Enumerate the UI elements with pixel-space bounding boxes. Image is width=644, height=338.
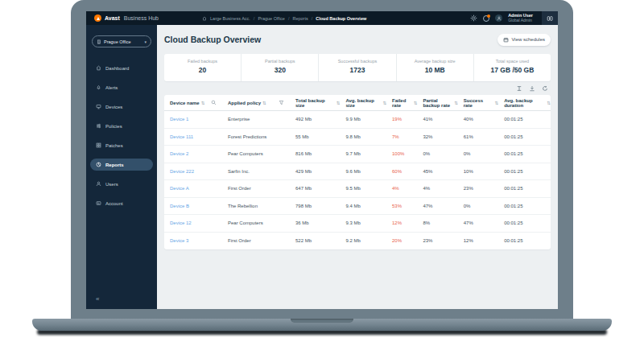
filter-icon[interactable] — [279, 100, 284, 105]
device-link[interactable]: Device 1 — [170, 117, 188, 122]
id-card-icon — [96, 200, 101, 206]
org-selector[interactable]: Prague Office ▾ — [92, 35, 151, 47]
column-label: Device name — [170, 101, 200, 105]
page-title: Cloud Backup Overview — [164, 35, 261, 44]
cell-policy: First Order — [222, 186, 290, 191]
trial-usage-icon[interactable] — [483, 15, 489, 22]
cell-policy: First Order — [222, 238, 290, 243]
breadcrumb: Large Business Acc. / Prague Office / Re… — [202, 16, 366, 21]
org-selector-label: Prague Office — [104, 39, 142, 44]
column-header-avg-backup-size[interactable]: Avg. backup size ⇅ — [340, 98, 386, 108]
device-link[interactable]: Device 222 — [170, 169, 194, 174]
sort-icon[interactable]: ⇅ — [201, 101, 205, 105]
download-icon[interactable] — [529, 85, 535, 92]
stat-total-space-used: Total space used 17 GB /50 GB — [473, 54, 551, 81]
app-switcher-icon[interactable] — [542, 11, 558, 25]
backup-table: Device name ⇅ Applied policy ⇅ — [164, 95, 551, 249]
user-icon — [96, 181, 101, 187]
brand-suffix: Business Hub — [124, 15, 159, 21]
breadcrumb-current: Cloud Backup Overview — [316, 16, 366, 21]
stat-average-backup-size: Average backup size 10 MB — [396, 54, 473, 81]
stat-label: Total space used — [474, 59, 551, 64]
device-link[interactable]: Device 3 — [170, 238, 188, 243]
cell-total-size: 36 Mb — [290, 221, 340, 225]
stat-label: Partial backups — [242, 59, 318, 64]
sidebar-item-label: Reports — [105, 163, 124, 167]
column-label: Partial backup rate — [423, 98, 452, 108]
page-header: Cloud Backup Overview View schedules — [164, 25, 551, 54]
cell-duration: 00:01:25 — [498, 204, 551, 208]
sidebar-item-dashboard[interactable]: Dashboard — [86, 62, 157, 74]
device-link[interactable]: Device 2 — [170, 151, 188, 156]
stat-value: 17 GB /50 GB — [474, 66, 551, 74]
pie-chart-icon — [96, 162, 101, 167]
sidebar-collapse-icon[interactable]: « — [96, 295, 99, 303]
sidebar-item-label: Patches — [105, 143, 123, 148]
cell-failed-rate: 4% — [386, 186, 417, 191]
table-row: Device 1 Enterprise 492 Mb 9.9 Mb 19% 41… — [164, 111, 551, 129]
cell-partial-rate: 45% — [417, 169, 457, 174]
device-link[interactable]: Device A — [170, 186, 189, 191]
stat-value: 1723 — [319, 66, 395, 74]
cell-success-rate: 0% — [458, 151, 498, 156]
avatar[interactable] — [495, 14, 502, 22]
cell-duration: 00:01:25 — [498, 221, 551, 225]
cell-duration: 00:01:25 — [498, 238, 551, 243]
column-header-avg-backup-duration[interactable]: Avg. backup duration ⇅ — [498, 98, 551, 108]
cell-failed-rate: 12% — [386, 221, 417, 225]
cell-failed-rate: 20% — [386, 238, 417, 243]
app-window: Avast Business Hub Large Business Acc. /… — [86, 11, 558, 309]
sidebar-item-alerts[interactable]: Alerts — [86, 81, 157, 93]
cell-success-rate: 12% — [458, 238, 498, 243]
column-header-total-backup-size[interactable]: Total backup size ⇅ — [290, 98, 340, 108]
columns-icon[interactable] — [516, 85, 522, 92]
topbar-right: Admin User Global Admin — [470, 11, 558, 25]
breadcrumb-item-reports[interactable]: Reports — [292, 16, 308, 21]
sidebar-item-label: Alerts — [105, 85, 118, 90]
column-label: Success rate — [464, 98, 493, 108]
stat-label: Average backup size — [397, 59, 473, 64]
sort-icon[interactable]: ⇅ — [547, 101, 551, 105]
breadcrumb-item-site[interactable]: Prague Office — [258, 16, 285, 21]
sort-icon[interactable]: ⇅ — [262, 101, 266, 105]
cell-total-size: 429 Mb — [290, 169, 340, 174]
sidebar-item-label: Account — [105, 201, 123, 206]
stat-label: Failed backups — [164, 59, 241, 64]
sidebar-item-account[interactable]: Account — [86, 197, 157, 209]
sidebar-item-users[interactable]: Users — [86, 178, 157, 190]
monitor-icon — [96, 104, 101, 109]
chevron-down-icon: ▾ — [144, 39, 147, 44]
gear-icon[interactable] — [470, 14, 477, 22]
cell-avg-size: 9.5 Mb — [340, 186, 386, 191]
table-row: Device 222 Sarfin Inc. 429 Mb 9.6 Mb 60%… — [164, 163, 551, 181]
sidebar-item-patches[interactable]: Patches — [86, 139, 157, 151]
cell-success-rate: 0% — [458, 204, 498, 208]
user-menu[interactable]: Admin User Global Admin — [508, 13, 533, 23]
column-header-success-rate[interactable]: Success rate ⇅ — [458, 98, 498, 108]
search-icon[interactable] — [211, 100, 217, 105]
column-header-failed-rate[interactable]: Failed rate ⇅ — [386, 98, 417, 108]
stat-value: 320 — [242, 66, 318, 74]
cell-total-size: 647 Mb — [290, 186, 340, 191]
sidebar-item-policies[interactable]: Policies — [86, 120, 157, 132]
cell-avg-size: 9.8 Mb — [340, 134, 386, 139]
stat-successful-backups: Successful backups 1723 — [318, 54, 395, 81]
patch-icon — [96, 142, 101, 148]
refresh-icon[interactable] — [542, 85, 548, 92]
column-header-applied-policy[interactable]: Applied policy ⇅ — [222, 100, 290, 105]
sidebar-item-reports[interactable]: Reports — [90, 159, 153, 171]
device-link[interactable]: Device 111 — [170, 134, 193, 139]
column-header-device-name[interactable]: Device name ⇅ — [164, 100, 222, 105]
table-row: Device 2 Pear Computers 816 Mb 9.7 Mb 10… — [164, 146, 551, 163]
column-header-partial-backup-rate[interactable]: Partial backup rate ⇅ — [417, 98, 457, 108]
cell-duration: 00:01:25 — [498, 151, 551, 156]
cell-duration: 00:01:25 — [498, 117, 551, 122]
cell-partial-rate: 32% — [417, 134, 457, 139]
breadcrumb-item-account[interactable]: Large Business Acc. — [210, 16, 250, 21]
cell-success-rate: 61% — [458, 134, 498, 139]
cell-partial-rate: 23% — [417, 238, 457, 243]
sidebar-item-devices[interactable]: Devices — [86, 101, 157, 113]
device-link[interactable]: Device 12 — [170, 221, 192, 225]
view-schedules-button[interactable]: View schedules — [497, 34, 551, 46]
device-link[interactable]: Device B — [170, 204, 189, 208]
